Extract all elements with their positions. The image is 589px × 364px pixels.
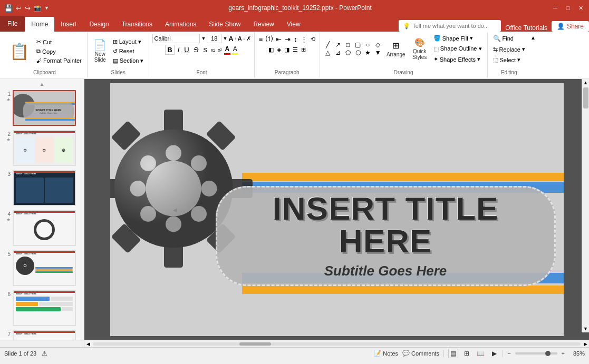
tab-file[interactable]: File (0, 16, 25, 32)
zoom-slider[interactable] (515, 352, 557, 355)
dropdown-icon[interactable]: ▼ (44, 5, 49, 11)
notes-button[interactable]: 📝 Notes (374, 350, 398, 357)
slide-subtitle[interactable]: Subtitle Goes Here (324, 263, 447, 279)
zoom-thumb[interactable] (545, 351, 551, 356)
triangle-shape[interactable]: △ (323, 49, 333, 56)
find-button[interactable]: 🔍 Find (491, 34, 516, 43)
copy-button[interactable]: ⧉ Copy (34, 47, 84, 56)
scroll-down-arrow[interactable]: ▼ (582, 325, 589, 332)
close-icon[interactable]: ✕ (576, 4, 585, 12)
decrease-font-button[interactable]: A (238, 35, 242, 42)
paste-button[interactable]: 📋 (5, 41, 33, 62)
layout-button[interactable]: ⊞ Layout ▾ (111, 37, 146, 46)
h-scroll-thumb[interactable] (239, 342, 271, 346)
more-shapes[interactable]: ▼ (373, 49, 383, 56)
replace-button[interactable]: ⇆ Replace ▾ (491, 45, 527, 54)
zoom-level[interactable]: 85% (569, 350, 585, 357)
zoom-out-button[interactable]: − (507, 350, 510, 357)
diamond-shape[interactable]: ◇ (373, 41, 383, 48)
superscript-button[interactable]: x² (217, 47, 223, 53)
screen-capture-icon[interactable]: 📸 (34, 5, 41, 12)
bold-button[interactable]: B (165, 45, 174, 55)
scroll-right-arrow[interactable]: ▶ (582, 340, 589, 347)
redo-icon[interactable]: ↪ (25, 4, 31, 12)
minimize-icon[interactable]: ─ (551, 4, 559, 12)
office-tutorials-link[interactable]: Office Tutorials (505, 24, 547, 32)
font-size-dropdown-icon[interactable]: ▼ (223, 36, 227, 41)
clear-format-button[interactable]: ✗ (246, 35, 251, 42)
decrease-indent-button[interactable]: ⇤ (275, 35, 283, 44)
pentagon-shape[interactable]: ⬠ (343, 49, 353, 56)
select-button[interactable]: ⬚ Select ▾ (491, 55, 523, 64)
increase-indent-button[interactable]: ⇥ (284, 35, 292, 44)
align-center-button[interactable]: ◈ (276, 46, 282, 54)
slide-thumb-6[interactable]: 6 ★ INSERT TITLE HERE (2, 289, 82, 327)
tab-insert[interactable]: Insert (54, 17, 83, 32)
bullets-button[interactable]: ≡ (258, 35, 264, 44)
columns-button[interactable]: ⋮ (300, 35, 308, 44)
canvas-scroll-left[interactable]: ◀ (173, 206, 177, 212)
shape-effects-button[interactable]: ✦ Shape Effects ▾ (431, 55, 484, 64)
tab-review[interactable]: Review (247, 17, 280, 32)
new-slide-button[interactable]: 📄 NewSlide (91, 38, 110, 64)
accessibility-icon[interactable]: ⚠ (42, 350, 47, 357)
cut-button[interactable]: ✂ Cut (34, 37, 84, 46)
rounded-rect-shape[interactable]: ▢ (353, 41, 363, 48)
section-button[interactable]: ▤ Section ▾ (111, 56, 146, 65)
shape-fill-button[interactable]: 🪣 Shape Fill ▾ (431, 34, 484, 43)
text-shadow-button[interactable]: S (201, 46, 208, 54)
slide-sorter-button[interactable]: ⊞ (462, 349, 471, 358)
normal-view-button[interactable]: ▤ (448, 349, 458, 358)
line-shape[interactable]: ╱ (323, 41, 333, 48)
numbering-button[interactable]: ⑴ (265, 34, 274, 44)
slide-thumb-7[interactable]: 7 ★ INSERT TITLE HERE (2, 329, 82, 340)
tab-transitions[interactable]: Transitions (115, 17, 159, 32)
font-name-dropdown-icon[interactable]: ▼ (201, 36, 206, 41)
line-spacing-button[interactable]: ↕ (293, 35, 298, 44)
zoom-in-button[interactable]: + (562, 350, 565, 357)
reading-view-button[interactable]: 📖 (475, 349, 486, 358)
rtriangle-shape[interactable]: ⊿ (333, 49, 343, 56)
smart-art-button[interactable]: ⊞ (300, 46, 307, 54)
text-direction-button[interactable]: ⟲ (310, 35, 316, 43)
save-icon[interactable]: 💾 (4, 4, 13, 12)
ribbon-collapse-button[interactable]: ▲ (530, 33, 538, 77)
tab-slideshow[interactable]: Slide Show (202, 17, 247, 32)
hexagon-shape[interactable]: ⬡ (353, 49, 363, 56)
maximize-icon[interactable]: □ (564, 4, 572, 12)
slide-thumb-4[interactable]: 4 ★ INSERT TITLE HERE (2, 209, 82, 247)
slideshow-button[interactable]: ▶ (490, 349, 498, 358)
comments-button[interactable]: 💬 Comments (402, 350, 439, 357)
tab-home[interactable]: Home (25, 17, 54, 32)
increase-font-button[interactable]: A (228, 35, 233, 43)
canvas-area[interactable]: ◀ (84, 79, 589, 340)
align-right-button[interactable]: ◨ (283, 46, 291, 54)
star-shape[interactable]: ★ (363, 49, 373, 56)
shape-outline-button[interactable]: ⬚ Shape Outline ▾ (431, 44, 484, 53)
reset-button[interactable]: ↺ Reset (111, 47, 146, 56)
horizontal-scrollbar[interactable] (92, 340, 582, 347)
tell-me-search[interactable]: 💡 (399, 20, 501, 32)
format-painter-button[interactable]: 🖌 Format Painter (34, 56, 84, 65)
tab-animations[interactable]: Animations (159, 17, 202, 32)
arrange-button[interactable]: ⊞ Arrange (384, 39, 408, 59)
font-color-button[interactable]: A (224, 45, 230, 55)
oval-shape[interactable]: ○ (363, 41, 373, 48)
quick-styles-button[interactable]: 🎨 QuickStyles (409, 36, 430, 62)
tab-design[interactable]: Design (83, 17, 115, 32)
slide-canvas[interactable]: INSERT TITLE HERE Subtitle Goes Here (110, 83, 564, 336)
highlight-color-button[interactable]: A (232, 45, 238, 55)
underline-button[interactable]: U (182, 45, 190, 54)
italic-button[interactable]: I (176, 45, 181, 54)
justify-button[interactable]: ☰ (292, 46, 299, 54)
scroll-thumb[interactable] (583, 87, 588, 109)
content-box[interactable]: INSERT TITLE HERE Subtitle Goes Here (216, 186, 556, 286)
share-button[interactable]: 👤 Share (552, 21, 589, 32)
strikethrough-button[interactable]: S (192, 45, 200, 54)
rect-shape[interactable]: □ (343, 41, 353, 48)
align-left-button[interactable]: ◧ (267, 46, 275, 54)
arrow-shape[interactable]: ↗ (333, 41, 343, 48)
font-name-input[interactable] (152, 34, 200, 43)
vertical-scrollbar[interactable]: ▲ ▼ (582, 79, 589, 332)
scroll-up-arrow[interactable]: ▲ (582, 79, 589, 86)
